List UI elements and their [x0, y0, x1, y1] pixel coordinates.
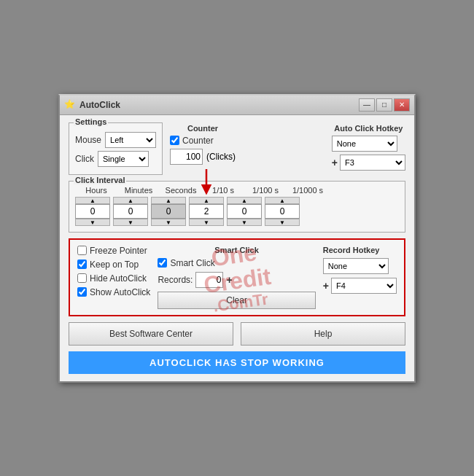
- records-plus: +: [226, 274, 232, 286]
- thousandth-input[interactable]: [265, 204, 300, 219]
- smart-right: Record Hotkey None Ctrl Alt + F4 F3 F5: [323, 246, 397, 309]
- hotkey-modifier-select[interactable]: None Ctrl Alt Shift: [332, 136, 397, 152]
- counter-checkbox-label: Counter: [182, 136, 214, 146]
- title-bar-left: ⭐ AutoClick: [64, 99, 120, 111]
- seconds-down[interactable]: ▼: [151, 219, 186, 226]
- settings-label: Settings: [74, 117, 108, 126]
- records-input[interactable]: [195, 272, 223, 288]
- close-button[interactable]: ✕: [394, 98, 410, 112]
- interval-label: Click Interval: [74, 176, 126, 184]
- hundredth-input[interactable]: [227, 204, 262, 219]
- tenth-down[interactable]: ▼: [189, 219, 224, 226]
- smart-section: One Credit .ComTr Freeze Pointer Keep on…: [69, 238, 405, 316]
- minutes-spinner: ▲ ▼: [113, 197, 148, 226]
- smart-click-label: Smart Click: [170, 258, 214, 268]
- tenth-up[interactable]: ▲: [189, 197, 224, 204]
- status-bar: AUTOCLICK HAS STOP WORKING: [69, 351, 405, 374]
- tenth-spinner: ▲ ▼: [189, 197, 224, 226]
- title-bar: ⭐ AutoClick — □ ✕: [60, 95, 414, 115]
- hide-row: Hide AutoClick: [77, 273, 150, 284]
- hours-spinner: ▲ ▼: [75, 197, 110, 226]
- app-window: ⭐ AutoClick — □ ✕ Settings Mouse Left Ri…: [58, 94, 416, 383]
- show-row: Show AutoClick: [77, 287, 150, 297]
- hide-checkbox[interactable]: [77, 273, 87, 283]
- show-label: Show AutoClick: [90, 287, 150, 297]
- header-seconds: Seconds: [160, 186, 202, 195]
- counter-checkbox[interactable]: [170, 136, 179, 145]
- hundredth-down[interactable]: ▼: [227, 219, 262, 226]
- header-minutes: Minutes: [117, 186, 160, 195]
- clear-button[interactable]: Clear: [158, 292, 315, 309]
- smart-click-row: Smart Click: [158, 258, 315, 268]
- smart-click-header: Smart Click: [158, 246, 315, 254]
- hotkey-f3-row: + F3 F4 F5 F6: [332, 155, 405, 171]
- seconds-up[interactable]: ▲: [151, 197, 186, 204]
- mouse-select[interactable]: Left Right Middle: [105, 132, 156, 148]
- top-sections: Settings Mouse Left Right Middle Click S…: [69, 122, 405, 175]
- freeze-label: Freeze Pointer: [90, 246, 147, 256]
- seconds-spinner: ▲ ▼: [151, 197, 186, 226]
- counter-header: Counter: [170, 124, 236, 133]
- tenth-input[interactable]: [189, 204, 224, 219]
- seconds-input[interactable]: [151, 204, 186, 219]
- minutes-up[interactable]: ▲: [113, 197, 148, 204]
- freeze-checkbox[interactable]: [77, 246, 87, 255]
- click-row: Click Single Double: [75, 151, 156, 167]
- clicks-label: (Clicks): [206, 152, 236, 162]
- hundredth-up[interactable]: ▲: [227, 197, 262, 204]
- record-plus: +: [323, 280, 329, 292]
- best-software-button[interactable]: Best Software Center: [69, 322, 233, 346]
- help-button[interactable]: Help: [241, 322, 405, 346]
- header-thousandth: 1/1000 s: [287, 186, 329, 195]
- thousandth-spinner: ▲ ▼: [265, 197, 300, 226]
- hundredth-spinner: ▲ ▼: [227, 197, 262, 226]
- record-key-select[interactable]: F4 F3 F5: [331, 278, 397, 294]
- smart-middle: Smart Click Smart Click Records: + Clear: [158, 246, 315, 309]
- records-row: Records: +: [158, 272, 315, 288]
- hours-up[interactable]: ▲: [75, 197, 110, 204]
- hotkey-section: Auto Click Hotkey None Ctrl Alt Shift + …: [332, 122, 405, 175]
- smart-left: Freeze Pointer Keep on Top Hide AutoClic…: [77, 246, 150, 309]
- records-label: Records:: [158, 275, 193, 285]
- record-f4-row: + F4 F3 F5: [323, 278, 397, 294]
- thousandth-down[interactable]: ▼: [265, 219, 300, 226]
- keep-top-label: Keep on Top: [90, 260, 139, 270]
- hours-input[interactable]: [75, 204, 110, 219]
- keep-top-row: Keep on Top: [77, 260, 150, 270]
- minutes-down[interactable]: ▼: [113, 219, 148, 226]
- title-buttons: — □ ✕: [359, 98, 410, 112]
- hours-down[interactable]: ▼: [75, 219, 110, 226]
- interval-section: Click Interval Hours Minutes Seconds 1/1…: [69, 181, 405, 233]
- minutes-input[interactable]: [113, 204, 148, 219]
- record-modifier-select[interactable]: None Ctrl Alt: [323, 258, 389, 274]
- hotkey-header: Auto Click Hotkey: [332, 124, 405, 133]
- app-icon: ⭐: [64, 99, 76, 111]
- click-select[interactable]: Single Double: [98, 151, 149, 167]
- hotkey-key-select[interactable]: F3 F4 F5 F6: [340, 155, 405, 171]
- interval-headers: Hours Minutes Seconds 1/10 s 1/100 s 1/1…: [75, 186, 399, 195]
- mouse-row: Mouse Left Right Middle: [75, 132, 156, 148]
- counter-input[interactable]: [170, 149, 203, 165]
- record-hotkey-header: Record Hotkey: [323, 246, 397, 254]
- header-hours: Hours: [75, 186, 117, 195]
- bottom-buttons: Best Software Center Help: [69, 322, 405, 346]
- mouse-label: Mouse: [75, 135, 101, 145]
- maximize-button[interactable]: □: [376, 98, 392, 112]
- smart-click-checkbox[interactable]: [158, 258, 167, 268]
- minimize-button[interactable]: —: [359, 98, 375, 112]
- main-content: Settings Mouse Left Right Middle Click S…: [60, 115, 414, 381]
- hotkey-plus: +: [332, 157, 338, 168]
- thousandth-up[interactable]: ▲: [265, 197, 300, 204]
- header-hundredth: 1/100 s: [244, 186, 287, 195]
- counter-value-row: (Clicks): [170, 149, 236, 165]
- app-title: AutoClick: [79, 100, 120, 110]
- hide-label: Hide AutoClick: [90, 273, 147, 284]
- red-arrow: [199, 168, 214, 195]
- smart-inner: Freeze Pointer Keep on Top Hide AutoClic…: [77, 246, 397, 309]
- interval-inputs: ▲ ▼ ▲ ▼ ▲ ▼ ▲ ▼: [75, 197, 399, 226]
- freeze-row: Freeze Pointer: [77, 246, 150, 256]
- show-checkbox[interactable]: [77, 287, 87, 297]
- counter-checkbox-row: Counter: [170, 136, 236, 146]
- keep-top-checkbox[interactable]: [77, 260, 87, 269]
- click-label: Click: [75, 154, 94, 164]
